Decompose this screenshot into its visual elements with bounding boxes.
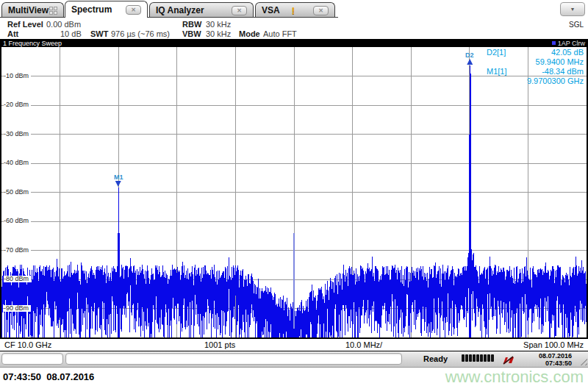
tab-baseline: [0, 17, 338, 18]
status-field-small[interactable]: [1, 353, 63, 365]
marker-readout: D2[1]42.05 dB 59.9400 MHz M1[1]-48.34 dB…: [487, 48, 584, 86]
span-value: Span 100.0 MHz: [523, 340, 584, 349]
tab-multiview[interactable]: MultiView: [1, 2, 64, 18]
swt-label: SWT: [90, 29, 108, 38]
rbw-value: 30 kHz: [206, 20, 231, 29]
multiview-grid-icon: [49, 7, 57, 15]
mode-label: Mode: [239, 29, 260, 38]
ref-level-label: Ref Level: [7, 20, 43, 29]
vbw-value: 30 kHz: [206, 29, 231, 38]
spectrum-plot: -10 dBm-20 dBm-30 dBm-40 dBm-50 dBm-60 d…: [0, 47, 588, 337]
freq-per-division: 10.0 MHz/: [345, 340, 382, 349]
y-axis-label: -30 dBm: [4, 131, 31, 137]
chevron-down-icon: ▼: [570, 7, 576, 12]
tab-dropdown-button[interactable]: ▼: [560, 2, 585, 16]
window-title: 1 Frequency Sweep: [3, 40, 62, 47]
status-time: 07:43:50: [539, 360, 572, 367]
y-axis-label: -60 dBm: [4, 218, 31, 224]
status-datetime: 08.07.2016 07:43:50: [539, 352, 572, 367]
marker-m1: M1: [114, 174, 123, 187]
att-value: 10 dB: [60, 29, 82, 38]
tab-vsa[interactable]: VSA ! ✕: [255, 2, 335, 18]
status-date: 08.07.2016: [539, 352, 572, 360]
spectrum-trace: [1, 47, 587, 337]
center-frequency: CF 10.0 GHz: [4, 340, 51, 349]
tab-multiview-label: MultiView: [8, 5, 49, 15]
window-title-bar: 1 Frequency Sweep 1AP Clrw: [0, 39, 588, 47]
y-axis-label: -40 dBm: [4, 160, 31, 166]
marker-d2: D2: [465, 51, 474, 65]
att-label: Att: [7, 29, 18, 38]
marker-m1-freq: 9.9700300 GHz: [519, 76, 584, 86]
marker-d2-label: D2: [465, 51, 474, 59]
watermark: www.cntronics.com: [445, 368, 584, 386]
trace-color-dot: [552, 41, 556, 45]
marker-d2-name: D2[1]: [487, 48, 519, 57]
status-field-large[interactable]: [65, 353, 402, 365]
vbw-label: VBW: [182, 29, 201, 38]
frequency-axis-bar: CF 10.0 GHz 1001 pts 10.0 MHz/ Span 100.…: [0, 337, 588, 351]
marker-up-icon: [467, 59, 473, 65]
y-axis-label: -90 dBm: [4, 305, 31, 312]
swt-value: 976 µs (~76 ms): [111, 29, 170, 38]
tab-bar: MultiView Spectrum ✕ IQ Analyzer ✕ VSA !…: [0, 0, 588, 18]
tab-spectrum-label: Spectrum: [71, 4, 112, 15]
y-axis-label: -80 dBm: [4, 276, 31, 282]
marker-d2-level: 42.05 dB: [519, 48, 584, 57]
footer-timestamp: 07:43:50 08.07.2016: [3, 371, 94, 382]
marker-m1-level: -48.34 dBm: [519, 67, 584, 76]
resize-grip-icon[interactable]: [578, 356, 587, 365]
tab-vsa-label: VSA: [262, 5, 280, 15]
footer: 07:43:50 08.07.2016 www.cntronics.com: [0, 368, 588, 386]
tab-iq-analyzer-label: IQ Analyzer: [156, 5, 204, 15]
close-icon[interactable]: ✕: [126, 5, 141, 15]
status-error-icon: [503, 354, 514, 368]
marker-down-icon: [115, 181, 121, 187]
progress-blocks-icon: [462, 354, 494, 362]
y-axis-label: -10 dBm: [4, 73, 31, 79]
y-axis-label: -70 dBm: [4, 247, 31, 254]
single-sweep-indicator: SGL: [569, 21, 584, 29]
marker-d2-freq: 59.9400 MHz: [519, 57, 584, 67]
ready-indicator: Ready: [423, 354, 448, 363]
close-icon[interactable]: ✕: [232, 6, 247, 15]
ref-level-value: 0.00 dBm: [46, 20, 81, 29]
y-axis-label: -50 dBm: [4, 189, 31, 196]
settings-bar: Ref Level 0.00 dBm RBW 30 kHz Att 10 dB …: [0, 18, 588, 39]
trace-info-label: 1AP Clrw: [558, 40, 585, 47]
marker-m1-name: M1[1]: [487, 67, 519, 76]
analyzer-screen: MultiView Spectrum ✕ IQ Analyzer ✕ VSA !…: [0, 0, 588, 386]
trace-info: 1AP Clrw: [552, 40, 585, 47]
close-icon[interactable]: ✕: [313, 6, 329, 15]
sweep-points: 1001 pts: [204, 340, 235, 349]
status-bar: Ready 08.07.2016 07:43:50: [0, 351, 588, 368]
y-axis-label: -20 dBm: [4, 101, 31, 108]
tab-spectrum[interactable]: Spectrum ✕: [65, 1, 148, 18]
rbw-label: RBW: [182, 20, 201, 29]
marker-m1-label: M1: [114, 174, 123, 181]
mode-value: Auto FFT: [263, 29, 297, 38]
warning-icon: !: [292, 5, 295, 16]
tab-iq-analyzer[interactable]: IQ Analyzer ✕: [149, 2, 254, 18]
